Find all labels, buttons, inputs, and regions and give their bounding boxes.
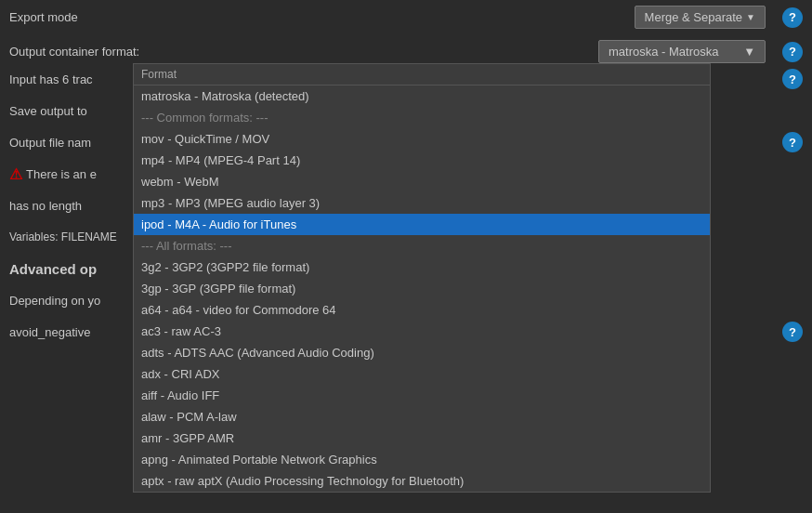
- format-dropdown: Format matroska - Matroska (detected)---…: [133, 63, 711, 493]
- save-output-label: Save output to: [9, 104, 87, 118]
- input-tracks-help-icon[interactable]: ?: [782, 69, 803, 89]
- merge-button-label: Merge & Separate: [645, 10, 743, 24]
- dropdown-item-mov[interactable]: mov - QuickTime / MOV: [134, 128, 710, 150]
- dropdown-item-matroska-detected[interactable]: matroska - Matroska (detected): [134, 86, 710, 107]
- export-mode-controls: Merge & Separate ▼: [635, 6, 766, 29]
- format-select-button[interactable]: matroska - Matroska ▼: [598, 40, 766, 63]
- error-icon: ⚠: [9, 165, 22, 183]
- export-mode-help-icon[interactable]: ?: [782, 7, 803, 28]
- export-mode-row: Export mode Merge & Separate ▼ ?: [0, 0, 812, 34]
- dropdown-item-alaw[interactable]: alaw - PCM A-law: [134, 406, 710, 428]
- input-tracks-label: Input has 6 trac: [9, 72, 93, 86]
- dropdown-item-sep-all: --- All formats: ---: [134, 235, 710, 256]
- dropdown-item-webm[interactable]: webm - WebM: [134, 171, 710, 192]
- variables-label: Variables: FILENAME: [9, 230, 117, 243]
- dropdown-item-a64[interactable]: a64 - a64 - video for Commodore 64: [134, 299, 710, 321]
- merge-separate-button[interactable]: Merge & Separate ▼: [635, 6, 766, 29]
- error-label2: has no length: [9, 199, 82, 213]
- output-file-label: Output file nam: [9, 136, 91, 150]
- output-container-help-icon[interactable]: ?: [782, 42, 803, 62]
- advanced-label: Advanced op: [9, 261, 97, 277]
- dropdown-item-apng[interactable]: apng - Animated Portable Network Graphic…: [134, 449, 710, 470]
- dropdown-list[interactable]: matroska - Matroska (detected)--- Common…: [134, 86, 710, 492]
- dropdown-item-adts[interactable]: adts - ADTS AAC (Advanced Audio Coding): [134, 342, 710, 363]
- dropdown-item-3gp[interactable]: 3gp - 3GP (3GPP file format): [134, 278, 710, 299]
- export-mode-label: Export mode: [9, 10, 635, 24]
- output-container-controls: matroska - Matroska ▼: [598, 40, 766, 63]
- error-label1: There is an e: [26, 167, 97, 181]
- main-container: Export mode Merge & Separate ▼ ? Output …: [0, 0, 812, 513]
- dropdown-item-adx[interactable]: adx - CRI ADX: [134, 363, 710, 385]
- output-container-label: Output container format:: [9, 45, 598, 59]
- output-file-help-icon[interactable]: ?: [782, 132, 803, 152]
- dropdown-item-amr[interactable]: amr - 3GPP AMR: [134, 428, 710, 449]
- format-dropdown-arrow-icon: ▼: [743, 45, 755, 59]
- dropdown-item-3g2[interactable]: 3g2 - 3GP2 (3GPP2 file format): [134, 256, 710, 278]
- dropdown-item-sep-common: --- Common formats: ---: [134, 107, 710, 128]
- dropdown-item-ac3[interactable]: ac3 - raw AC-3: [134, 321, 710, 342]
- avoid-label: avoid_negative: [9, 325, 90, 339]
- dropdown-item-aiff[interactable]: aiff - Audio IFF: [134, 385, 710, 406]
- format-button-label: matroska - Matroska: [609, 45, 718, 59]
- dropdown-item-mp4[interactable]: mp4 - MP4 (MPEG-4 Part 14): [134, 150, 710, 171]
- dropdown-item-mp3[interactable]: mp3 - MP3 (MPEG audio layer 3): [134, 192, 710, 214]
- depending-label: Depending on yo: [9, 294, 100, 308]
- dropdown-item-ipod[interactable]: ipod - M4A - Audio for iTunes: [134, 214, 710, 235]
- dropdown-arrow-icon: ▼: [746, 12, 755, 22]
- dropdown-header: Format: [134, 64, 710, 86]
- avoid-help-icon[interactable]: ?: [782, 322, 803, 342]
- dropdown-item-aptx[interactable]: aptx - raw aptX (Audio Processing Techno…: [134, 470, 710, 492]
